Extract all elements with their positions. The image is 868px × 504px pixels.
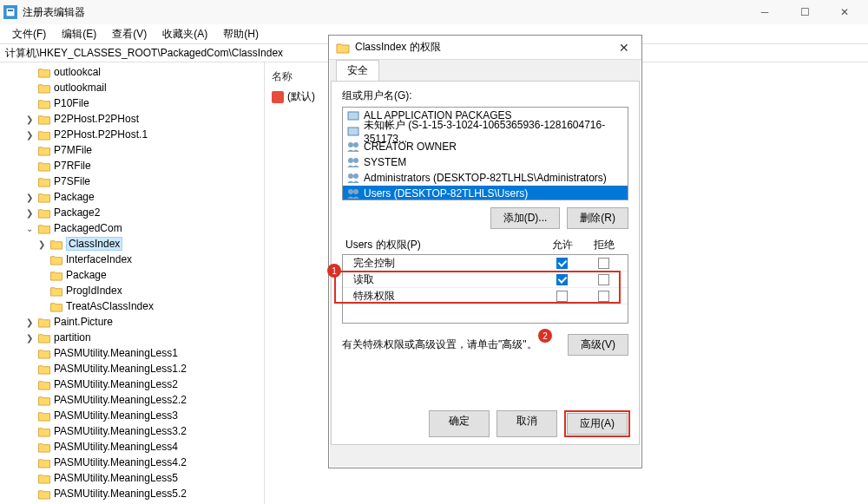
allow-checkbox[interactable] <box>556 291 568 302</box>
tree-item[interactable]: InterfaceIndex <box>0 252 264 267</box>
tree-item-label: PASMUtility.MeaningLess5.2 <box>54 488 187 500</box>
tree-item[interactable]: P7MFile <box>0 142 264 158</box>
tree-item-label: P7MFile <box>54 144 92 156</box>
tree-item-label: P2PHost.P2PHost.1 <box>54 128 148 141</box>
default-label: (默认) <box>287 89 315 104</box>
expand-icon[interactable]: ❯ <box>24 208 35 218</box>
tree-item-label: PASMUtility.MeaningLess4 <box>54 441 178 453</box>
add-button[interactable]: 添加(D)... <box>490 207 561 229</box>
group-item[interactable]: Administrators (DESKTOP-82TLHLS\Administ… <box>343 170 628 186</box>
tree-item[interactable]: ❯P2PHost.P2PHost <box>0 111 264 127</box>
advanced-hint: 有关特殊权限或高级设置，请单击"高级"。 <box>342 337 568 352</box>
expand-icon[interactable]: ❯ <box>24 333 35 343</box>
minimize-button[interactable]: ─ <box>745 0 785 24</box>
menu-edit[interactable]: 编辑(E) <box>55 25 103 43</box>
menu-help[interactable]: 帮助(H) <box>216 25 266 43</box>
svg-point-4 <box>348 142 353 147</box>
tree-item[interactable]: PASMUtility.MeaningLess3.2 <box>0 423 264 439</box>
tree-item[interactable]: P7SFile <box>0 173 264 189</box>
tree-item[interactable]: ❯ClassIndex <box>0 236 264 252</box>
tree-item[interactable]: outlookcal <box>0 64 264 80</box>
deny-checkbox[interactable] <box>598 291 609 302</box>
tree-item[interactable]: Package <box>0 267 264 283</box>
folder-icon <box>49 253 63 265</box>
menu-file[interactable]: 文件(F) <box>5 25 53 43</box>
tree-item[interactable]: PASMUtility.MeaningLess2.2 <box>0 392 264 408</box>
menu-view[interactable]: 查看(V) <box>105 25 154 43</box>
folder-icon <box>37 82 51 94</box>
folder-icon <box>37 363 51 375</box>
group-item[interactable]: Users (DESKTOP-82TLHLS\Users) <box>343 186 628 200</box>
allow-checkbox[interactable] <box>556 258 568 269</box>
tree-item[interactable]: ProgIdIndex <box>0 283 264 298</box>
group-icon <box>346 141 360 153</box>
tree-item-label: P10File <box>54 97 89 109</box>
tree-item-label: PASMUtility.MeaningLess3.2 <box>54 425 187 437</box>
tree-item[interactable]: ❯Package <box>0 189 264 205</box>
tree-item[interactable]: outlookmail <box>0 80 264 95</box>
allow-checkbox[interactable] <box>556 274 568 285</box>
tree-item-label: outlookcal <box>54 66 101 78</box>
deny-checkbox[interactable] <box>598 258 609 269</box>
tree-item[interactable]: PASMUtility.MeaningLess5.2 <box>0 486 264 501</box>
folder-icon <box>336 42 350 54</box>
tree-view[interactable]: outlookcaloutlookmailP10File❯P2PHost.P2P… <box>0 62 265 504</box>
tree-item[interactable]: PASMUtility.MeaningLess5 <box>0 470 264 486</box>
tree-item-label: ProgIdIndex <box>66 285 122 297</box>
ok-button[interactable]: 确定 <box>429 410 490 437</box>
cancel-button[interactable]: 取消 <box>496 410 557 437</box>
tree-item[interactable]: PASMUtility.MeaningLess4.2 <box>0 455 264 470</box>
expand-icon[interactable]: ❯ <box>24 130 35 140</box>
deny-checkbox[interactable] <box>598 274 609 285</box>
svg-point-6 <box>348 158 353 163</box>
tree-item[interactable]: TreatAsClassIndex <box>0 298 264 314</box>
tree-item[interactable]: ❯Paint.Picture <box>0 314 264 330</box>
permission-row: 读取 <box>343 272 628 288</box>
expand-icon[interactable]: ❯ <box>36 239 47 249</box>
apply-button[interactable]: 应用(A) <box>567 413 628 435</box>
package-icon <box>346 109 360 121</box>
tree-item[interactable]: PASMUtility.MeaningLess4 <box>0 439 264 455</box>
tree-item[interactable]: PASMUtility.MeaningLess1.2 <box>0 361 264 376</box>
tree-item[interactable]: P7RFile <box>0 158 264 173</box>
svg-rect-3 <box>348 128 358 135</box>
permission-name: 完全控制 <box>346 256 541 271</box>
tree-item-label: outlookmail <box>54 82 107 94</box>
tree-item[interactable]: PASMUtility.MeaningLess2 <box>0 376 264 392</box>
app-icon <box>3 5 17 19</box>
group-item[interactable]: SYSTEM <box>343 154 628 170</box>
tree-item[interactable]: ⌄PackagedCom <box>0 220 264 236</box>
expand-icon[interactable]: ⌄ <box>24 224 35 233</box>
tree-item-label: PASMUtility.MeaningLess1.2 <box>54 363 187 375</box>
maximize-button[interactable]: ☐ <box>785 0 825 24</box>
permissions-listbox[interactable]: 1 完全控制读取特殊权限 <box>342 254 628 324</box>
tree-item[interactable]: PASMUtility.MeaningLess3 <box>0 408 264 423</box>
svg-point-9 <box>353 173 358 179</box>
tree-item-label: PASMUtility.MeaningLess1 <box>54 347 178 359</box>
folder-icon <box>49 269 63 281</box>
tree-item-label: partition <box>54 331 91 344</box>
groups-listbox[interactable]: ALL APPLICATION PACKAGES未知帐户 (S-1-15-3-1… <box>342 107 628 200</box>
expand-icon[interactable]: ❯ <box>24 115 35 124</box>
folder-icon <box>37 206 51 219</box>
menu-favorites[interactable]: 收藏夹(A) <box>155 25 214 43</box>
close-button[interactable]: ✕ <box>825 0 865 24</box>
tree-item[interactable]: ❯P2PHost.P2PHost.1 <box>0 127 264 142</box>
tree-item-label: P7SFile <box>54 175 90 187</box>
tree-item[interactable]: ❯Package2 <box>0 205 264 220</box>
dialog-title: ClassIndex 的权限 <box>355 40 441 55</box>
svg-rect-2 <box>348 112 358 120</box>
tree-item[interactable]: P10File <box>0 95 264 111</box>
tree-item[interactable]: PASMUtility.MeaningLess1 <box>0 345 264 361</box>
permission-name: 特殊权限 <box>346 289 541 304</box>
tab-security[interactable]: 安全 <box>336 60 379 81</box>
expand-icon[interactable]: ❯ <box>24 317 35 327</box>
remove-button[interactable]: 删除(R) <box>567 207 628 229</box>
folder-icon <box>37 472 51 484</box>
advanced-button[interactable]: 高级(V) <box>568 334 628 356</box>
annotation-box-apply: 应用(A) <box>564 410 630 437</box>
expand-icon[interactable]: ❯ <box>24 193 35 202</box>
group-item[interactable]: 未知帐户 (S-1-15-3-1024-1065365936-128160471… <box>343 123 628 139</box>
tree-item[interactable]: ❯partition <box>0 330 264 345</box>
dialog-close-button[interactable]: ✕ <box>614 41 635 55</box>
